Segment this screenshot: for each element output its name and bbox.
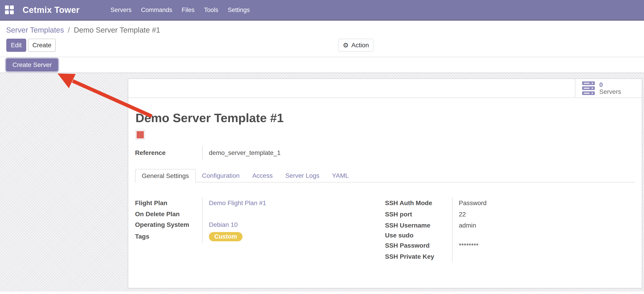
ssh-port-value: 22 xyxy=(452,209,635,220)
reference-value: demo_server_template_1 xyxy=(202,146,635,160)
apps-icon-square xyxy=(10,6,14,9)
field-row-ssh-username: SSH Username admin xyxy=(385,220,635,231)
field-row-ssh-private-key: SSH Private Key xyxy=(385,251,635,262)
breadcrumb-separator: / xyxy=(66,26,72,34)
top-navbar: Cetmix Tower Servers Commands Files Tool… xyxy=(0,0,644,21)
ssh-auth-mode-value: Password xyxy=(452,197,635,209)
field-row-on-delete-plan: On Delete Plan xyxy=(135,209,385,220)
sheet-body: Demo Server Template #1 Reference demo_s… xyxy=(128,111,642,262)
tags-label: Tags xyxy=(135,230,202,243)
action-button[interactable]: ⚙ Action xyxy=(338,39,374,52)
apps-icon-square xyxy=(10,11,14,14)
use-sudo-value xyxy=(452,231,635,240)
main-menu: Servers Commands Files Tools Settings xyxy=(106,0,254,20)
control-panel: Server Templates / Demo Server Template … xyxy=(0,21,644,52)
ssh-auth-mode-label: SSH Auth Mode xyxy=(385,197,452,209)
operating-system-value-link[interactable]: Debian 10 xyxy=(202,220,385,230)
general-settings-groups: Flight Plan Demo Flight Plan #1 On Delet… xyxy=(135,183,635,262)
ssh-username-label: SSH Username xyxy=(385,220,452,231)
flight-plan-label: Flight Plan xyxy=(135,197,202,209)
tab-yaml[interactable]: YAML xyxy=(326,169,355,182)
ssh-private-key-label: SSH Private Key xyxy=(385,251,452,262)
breadcrumb-parent-link[interactable]: Server Templates xyxy=(6,26,64,34)
apps-icon-square xyxy=(5,6,9,9)
field-row-ssh-auth-mode: SSH Auth Mode Password xyxy=(385,197,635,209)
ssh-username-value: admin xyxy=(452,220,635,231)
tab-configuration[interactable]: Configuration xyxy=(196,169,246,182)
edit-button[interactable]: Edit xyxy=(6,39,26,52)
use-sudo-label: Use sudo xyxy=(385,231,452,240)
servers-stat-text: 0 Servers xyxy=(599,81,621,95)
menu-item-tools[interactable]: Tools xyxy=(199,0,223,20)
on-delete-plan-label: On Delete Plan xyxy=(135,209,202,220)
notebook-tabs: General Settings Configuration Access Se… xyxy=(135,169,635,183)
create-button[interactable]: Create xyxy=(28,39,56,52)
ssh-password-value: ******** xyxy=(452,240,635,251)
create-server-button[interactable]: Create Server xyxy=(6,59,58,71)
content-area: 0 Servers Demo Server Template #1 Refere… xyxy=(0,73,644,291)
tab-access[interactable]: Access xyxy=(246,169,279,182)
server-rack-icon xyxy=(582,81,595,95)
color-swatch-frame xyxy=(136,130,145,139)
field-row-ssh-port: SSH port 22 xyxy=(385,209,635,220)
field-row-use-sudo: Use sudo xyxy=(385,231,635,240)
form-sheet: 0 Servers Demo Server Template #1 Refere… xyxy=(128,78,642,288)
button-box-row: 0 Servers xyxy=(128,79,642,98)
breadcrumb-current: Demo Server Template #1 xyxy=(74,26,160,34)
tab-server-logs[interactable]: Server Logs xyxy=(279,169,326,182)
tag-badge-custom: Custom xyxy=(209,232,242,241)
servers-stat-value: 0 xyxy=(599,81,621,88)
control-panel-buttons: Edit Create ⚙ Action xyxy=(0,39,644,52)
reference-field-row: Reference demo_server_template_1 xyxy=(135,146,635,160)
servers-stat-label: Servers xyxy=(599,88,621,95)
record-title: Demo Server Template #1 xyxy=(136,111,635,125)
form-statusbar: Create Server xyxy=(0,57,644,73)
on-delete-plan-value xyxy=(202,209,385,220)
reference-label: Reference xyxy=(135,146,202,160)
field-row-ssh-password: SSH Password ******** xyxy=(385,240,635,251)
apps-menu-icon[interactable] xyxy=(5,6,14,15)
ssh-private-key-value xyxy=(452,251,635,262)
right-field-group: SSH Auth Mode Password SSH port 22 SSH U… xyxy=(385,197,635,262)
operating-system-label: Operating System xyxy=(135,220,202,230)
field-row-tags: Tags Custom xyxy=(135,230,385,243)
tab-general-settings[interactable]: General Settings xyxy=(135,169,196,183)
breadcrumb: Server Templates / Demo Server Template … xyxy=(6,25,644,35)
menu-item-files[interactable]: Files xyxy=(177,0,199,20)
field-row-operating-system: Operating System Debian 10 xyxy=(135,220,385,230)
ssh-password-label: SSH Password xyxy=(385,240,452,251)
field-row-flight-plan: Flight Plan Demo Flight Plan #1 xyxy=(135,197,385,209)
action-button-label: Action xyxy=(351,42,369,49)
flight-plan-value-link[interactable]: Demo Flight Plan #1 xyxy=(202,197,385,209)
gear-icon: ⚙ xyxy=(343,42,349,49)
menu-item-commands[interactable]: Commands xyxy=(136,0,177,20)
app-brand[interactable]: Cetmix Tower xyxy=(22,5,80,15)
servers-stat-button[interactable]: 0 Servers xyxy=(575,79,642,97)
menu-item-settings[interactable]: Settings xyxy=(223,0,254,20)
tags-value: Custom xyxy=(202,230,385,243)
ssh-port-label: SSH port xyxy=(385,209,452,220)
left-field-group: Flight Plan Demo Flight Plan #1 On Delet… xyxy=(135,197,385,262)
apps-icon-square xyxy=(5,11,9,14)
record-color-swatch xyxy=(136,131,144,138)
menu-item-servers[interactable]: Servers xyxy=(106,0,136,20)
